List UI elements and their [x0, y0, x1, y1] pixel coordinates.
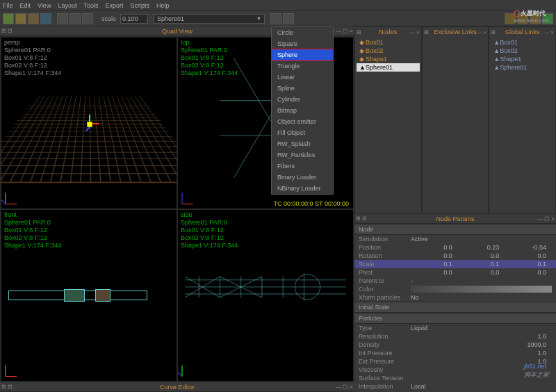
link-item[interactable]: ▲Sphere01 [491, 63, 554, 72]
tool-button-7[interactable] [82, 13, 93, 24]
global-links-panel: ⊞Global Links— × ▲Box01 ▲Box02 ▲Shape1 ▲… [489, 26, 556, 214]
menu-linear[interactable]: Linear [272, 72, 333, 83]
node-item-selected[interactable]: ▲Sphere01 [357, 63, 420, 72]
tool-button-1[interactable] [3, 13, 14, 24]
menu-view[interactable]: View [38, 2, 51, 9]
menu-layout[interactable]: Layout [58, 2, 76, 9]
menu-object-emitter[interactable]: Object emitter [272, 116, 333, 127]
menu-bar: File Edit View Layout Tools Export Scrip… [0, 0, 556, 11]
tool-button-8[interactable] [270, 13, 281, 24]
menu-fill-object[interactable]: Fill Object [272, 127, 333, 138]
chevron-down-icon: ▼ [256, 16, 261, 21]
nodes-panel: ⊞Nodes— × ◆Box01 ◆Box02 ◆Shape1 ▲Sphere0… [354, 26, 422, 214]
menu-file[interactable]: File [3, 2, 13, 9]
tool-button-6[interactable] [70, 13, 81, 24]
menu-spline[interactable]: Spline [272, 83, 333, 94]
param-density[interactable]: Density1000.0 [354, 341, 556, 349]
toolbar: scale 0.100 Sphere01▼ [0, 11, 556, 26]
menu-nbinary-loader[interactable]: NBinary Loader [272, 183, 333, 194]
object-dropdown[interactable]: Sphere01▼ [154, 14, 265, 24]
param-xform[interactable]: Xform particlesNo [354, 293, 556, 302]
param-pivot[interactable]: Pivot0.00.00.0 [354, 268, 556, 277]
watermark-logo: ◯火星时代www.hxsd.com [514, 7, 549, 23]
param-resolution[interactable]: Resolution1.0 [354, 332, 556, 341]
menu-help[interactable]: Help [156, 2, 170, 9]
menu-triangle[interactable]: Triangle [272, 60, 333, 72]
param-color[interactable]: Color [354, 285, 556, 293]
param-intpressure[interactable]: Int Pressure1.0 [354, 349, 556, 357]
menu-binary-loader[interactable]: Binary Loader [272, 172, 333, 183]
menu-fibers[interactable]: Fibers [272, 161, 333, 172]
viewport-side[interactable]: side Sphere01 PAR:0 Box01 V:8 F:12 Box02… [178, 210, 353, 381]
menu-bitmap[interactable]: Bitmap [272, 105, 333, 116]
param-simulation[interactable]: SimulationActive [354, 235, 556, 243]
param-parent[interactable]: Parent to- [354, 277, 556, 285]
section-particles[interactable]: Particles [354, 313, 556, 324]
menu-scripts[interactable]: Scripts [130, 2, 149, 9]
timecode: TC 00:00:00:0 ST 00:00:00 [274, 200, 349, 207]
menu-export[interactable]: Export [105, 2, 123, 9]
param-position[interactable]: Position0.00.23-0.54 [354, 243, 556, 252]
scale-label: scale [101, 15, 116, 22]
menu-edit[interactable]: Edit [20, 2, 31, 9]
menu-circle[interactable]: Circle [272, 27, 333, 38]
param-rotation[interactable]: Rotation0.00.00.0 [354, 252, 556, 260]
watermark-footer: jb51.net脚本之家 [524, 361, 549, 379]
tool-button-2[interactable] [15, 13, 26, 24]
tool-button-4[interactable] [40, 13, 51, 24]
tool-button-9[interactable] [283, 13, 294, 24]
section-node[interactable]: Node [354, 224, 556, 235]
node-item[interactable]: ◆Shape1 [357, 55, 420, 63]
node-item[interactable]: ◆Box01 [357, 38, 420, 47]
param-type[interactable]: TypeLiquid [354, 324, 556, 332]
param-scale[interactable]: Scale0.10.10.1 [354, 260, 556, 268]
viewport-persp[interactable]: persp Sphere01 PAR:0 Box01 V:8 F:12 Box0… [1, 38, 177, 209]
link-item[interactable]: ▲Box01 [491, 38, 554, 47]
tool-button-5[interactable] [57, 13, 68, 24]
emitter-context-menu: Circle Square Sphere Triangle Linear Spl… [271, 26, 334, 195]
exclusive-links-panel: ⊞Exclusive Links— × [422, 26, 489, 214]
menu-square[interactable]: Square [272, 38, 333, 49]
viewport-front[interactable]: front Sphere01 PAR:0 Box01 V:8 F:12 Box0… [1, 210, 177, 381]
link-item[interactable]: ▲Box02 [491, 47, 554, 55]
curve-editor-title[interactable]: ⊞ ⊟ Curve Editor — ▢ × [0, 382, 354, 392]
menu-tools[interactable]: Tools [83, 2, 98, 9]
tool-button-3[interactable] [28, 13, 39, 24]
link-item[interactable]: ▲Shape1 [491, 55, 554, 63]
node-item[interactable]: ◆Box02 [357, 47, 420, 55]
menu-cylinder[interactable]: Cylinder [272, 94, 333, 105]
menu-rw-particles[interactable]: RW_Particles [272, 149, 333, 161]
section-initial[interactable]: Initial State [354, 302, 556, 313]
menu-sphere[interactable]: Sphere [272, 49, 333, 60]
param-interp[interactable]: InterpolationLocal [354, 382, 556, 391]
scale-input[interactable]: 0.100 [120, 14, 148, 24]
menu-rw-splash[interactable]: RW_Splash [272, 138, 333, 149]
